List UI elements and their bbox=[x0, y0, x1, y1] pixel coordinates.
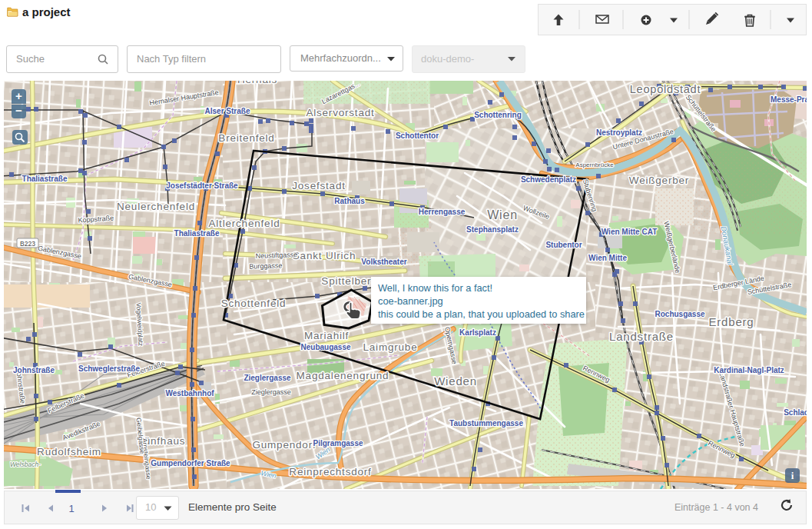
svg-text:Herrengasse: Herrengasse bbox=[419, 208, 466, 216]
svg-text:Laimgrube: Laimgrube bbox=[363, 341, 418, 353]
svg-text:Taubstummengasse: Taubstummengasse bbox=[449, 419, 523, 428]
svg-text:Alservorstadt: Alservorstadt bbox=[306, 107, 374, 118]
svg-text:Karlsplatz: Karlsplatz bbox=[459, 328, 496, 337]
svg-text:Welsbach-: Welsbach- bbox=[10, 461, 41, 468]
svg-text:Schwedenplatz: Schwedenplatz bbox=[521, 175, 576, 184]
svg-text:Mariahilf: Mariahilf bbox=[304, 330, 349, 341]
svg-text:Breitenfeld: Breitenfeld bbox=[218, 132, 274, 144]
svg-text:Schottenfeld: Schottenfeld bbox=[221, 298, 287, 309]
svg-text:1: 1 bbox=[68, 503, 74, 514]
svg-text:Neustiftgasse: Neustiftgasse bbox=[255, 251, 297, 260]
svg-text:B223: B223 bbox=[20, 240, 35, 248]
svg-text:Burggasse: Burggasse bbox=[249, 261, 282, 270]
svg-text:Schweglerstraße: Schweglerstraße bbox=[78, 364, 140, 373]
svg-text:Schottentor: Schottentor bbox=[396, 131, 439, 140]
svg-text:Hernals: Hernals bbox=[237, 81, 277, 85]
svg-text:Wien Mitte CAT: Wien Mitte CAT bbox=[602, 228, 658, 236]
svg-text:Neulerchenfeld: Neulerchenfeld bbox=[117, 201, 195, 212]
svg-text:Neubaugasse: Neubaugasse bbox=[300, 343, 350, 351]
svg-text:Kardinal-Nagl-Platz: Kardinal-Nagl-Platz bbox=[714, 366, 784, 374]
svg-text:Rathaus: Rathaus bbox=[334, 197, 365, 205]
svg-text:Westbahnhof: Westbahnhof bbox=[165, 389, 214, 398]
svg-text:Thaliastraße: Thaliastraße bbox=[22, 175, 68, 183]
svg-text:Schlacht: Schlacht bbox=[784, 408, 807, 417]
svg-text:Spittelberg: Spittelberg bbox=[321, 275, 377, 287]
svg-text:Landstraße: Landstraße bbox=[609, 330, 674, 343]
svg-text:Pilgramgasse: Pilgramgasse bbox=[313, 439, 363, 447]
svg-text:Zieglergasse: Zieglergasse bbox=[244, 374, 291, 382]
svg-text:Thaliastraße: Thaliastraße bbox=[174, 229, 220, 238]
svg-text:Aspernbrücke: Aspernbrücke bbox=[575, 161, 614, 168]
svg-text:Wien: Wien bbox=[487, 208, 518, 221]
svg-text:Alser Straße: Alser Straße bbox=[205, 107, 250, 115]
svg-text:Altlerchenfeld: Altlerchenfeld bbox=[209, 218, 280, 229]
svg-text:Johnstraße: Johnstraße bbox=[13, 366, 55, 374]
svg-text:Nestroyplatz: Nestroyplatz bbox=[596, 128, 642, 137]
svg-text:Sankt Ulrich: Sankt Ulrich bbox=[293, 250, 356, 261]
svg-text:Wien Mitte: Wien Mitte bbox=[588, 254, 627, 262]
svg-text:Zieglergasse: Zieglergasse bbox=[251, 388, 291, 396]
svg-text:Wieden: Wieden bbox=[434, 374, 477, 388]
svg-text:Josefstadt: Josefstadt bbox=[292, 180, 346, 191]
svg-text:Stubentor: Stubentor bbox=[545, 241, 582, 249]
svg-text:Weißgerber: Weißgerber bbox=[629, 175, 689, 186]
svg-text:Gumpendorf: Gumpendorf bbox=[252, 439, 316, 451]
svg-text:Rochusgasse: Rochusgasse bbox=[655, 310, 704, 318]
svg-text:Volkstheater: Volkstheater bbox=[361, 258, 406, 266]
svg-text:Messe-Pra: Messe-Pra bbox=[771, 95, 807, 104]
svg-text:Erdberg: Erdberg bbox=[709, 315, 754, 328]
svg-text:Josefstädter Straße: Josefstädter Straße bbox=[166, 181, 238, 190]
svg-text:Rudolfsheim: Rudolfsheim bbox=[37, 446, 101, 457]
svg-text:Magdalenengrund: Magdalenengrund bbox=[297, 370, 389, 381]
svg-text:Stephansplatz: Stephansplatz bbox=[466, 225, 519, 234]
svg-text:Schottenring: Schottenring bbox=[474, 111, 522, 119]
svg-text:Reinprechtsdorf: Reinprechtsdorf bbox=[289, 466, 371, 477]
svg-text:Gumpendorfer Straße: Gumpendorfer Straße bbox=[151, 459, 230, 467]
